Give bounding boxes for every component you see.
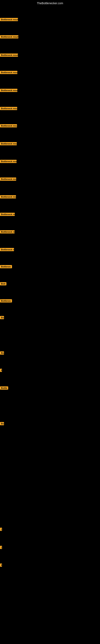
bottleneck-result-row-27: E (0, 564, 2, 568)
bottleneck-result-row-13: Bottleneck res (0, 230, 15, 234)
bottleneck-result-row-11: Bottleneck result (0, 195, 16, 199)
bottleneck-badge-22[interactable]: Bottle (0, 386, 8, 390)
bottleneck-badge-15[interactable]: Bottlenec (0, 265, 12, 268)
bottleneck-result-row-24: Bo (0, 422, 4, 426)
bottleneck-badge-24[interactable]: Bo (0, 422, 4, 425)
bottleneck-badge-3[interactable]: Bottleneck result (0, 54, 18, 57)
bottleneck-badge-26[interactable]: | (0, 546, 2, 549)
bottleneck-badge-13[interactable]: Bottleneck res (0, 230, 15, 234)
bottleneck-result-row-5: Bottleneck result (0, 89, 17, 93)
bottleneck-result-row-18: Bo (0, 316, 4, 320)
bottleneck-badge-10[interactable]: Bottleneck result (0, 178, 16, 181)
bottleneck-result-row-1: Bottleneck result (0, 18, 18, 22)
bottleneck-badge-9[interactable]: Bottleneck result (0, 160, 17, 163)
bottleneck-badge-6[interactable]: Bottleneck result (0, 107, 17, 110)
bottleneck-result-row-21: B (0, 369, 2, 373)
bottleneck-result-row-26: | (0, 546, 2, 550)
bottleneck-badge-14[interactable]: Bottleneck re (0, 248, 14, 251)
bottleneck-result-row-7: Bottleneck result (0, 124, 17, 128)
bottleneck-result-row-12: Bottleneck res (0, 213, 15, 217)
bottleneck-badge-11[interactable]: Bottleneck result (0, 195, 16, 198)
bottleneck-badge-4[interactable]: Bottleneck result (0, 71, 17, 74)
bottleneck-result-row-10: Bottleneck result (0, 178, 16, 182)
bottleneck-badge-8[interactable]: Bottleneck result (0, 142, 17, 145)
bottleneck-badge-1[interactable]: Bottleneck result (0, 18, 18, 21)
bottleneck-result-row-8: Bottleneck result (0, 142, 17, 146)
bottleneck-result-row-25: | (0, 528, 2, 532)
bottleneck-result-row-16: Bott (0, 282, 6, 286)
site-title: TheBottlenecker.com (0, 0, 100, 6)
bottleneck-result-row-14: Bottleneck re (0, 248, 14, 252)
bottleneck-result-row-17: Bottlenec (0, 299, 12, 303)
bottleneck-result-row-6: Bottleneck result (0, 107, 17, 111)
bottleneck-result-row-22: Bottle (0, 386, 8, 390)
bottleneck-badge-27[interactable]: E (0, 564, 2, 567)
bottleneck-badge-5[interactable]: Bottleneck result (0, 89, 17, 92)
bottleneck-result-row-4: Bottleneck result (0, 71, 17, 75)
bottleneck-badge-18[interactable]: Bo (0, 316, 4, 319)
bottleneck-badge-12[interactable]: Bottleneck res (0, 213, 15, 216)
bottleneck-result-row-15: Bottlenec (0, 265, 12, 269)
bottleneck-badge-2[interactable]: Bottleneck result (0, 35, 18, 38)
bottleneck-badge-16[interactable]: Bott (0, 282, 6, 285)
bottleneck-badge-7[interactable]: Bottleneck result (0, 124, 17, 128)
bottleneck-result-row-3: Bottleneck result (0, 54, 18, 58)
bottleneck-result-row-20: Bo (0, 352, 4, 356)
bottleneck-result-row-9: Bottleneck result (0, 160, 17, 164)
bottleneck-badge-17[interactable]: Bottlenec (0, 299, 12, 302)
bottleneck-result-row-2: Bottleneck result (0, 35, 18, 39)
bottleneck-badge-21[interactable]: B (0, 369, 2, 372)
bottleneck-badge-25[interactable]: | (0, 528, 2, 531)
bottleneck-badge-20[interactable]: Bo (0, 352, 4, 354)
